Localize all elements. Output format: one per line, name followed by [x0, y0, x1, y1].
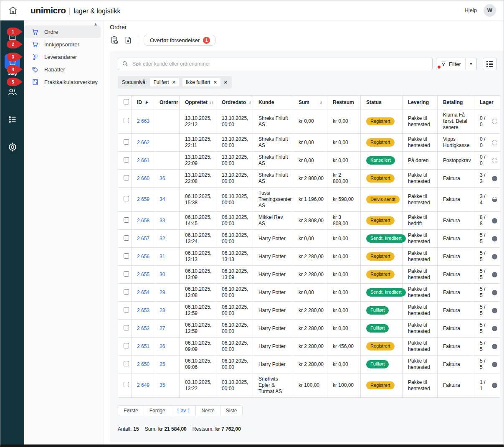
- pagination-next-button[interactable]: Neste: [196, 406, 220, 416]
- pagination-first-button[interactable]: Første: [118, 406, 144, 416]
- sidebar-item-leverand-rer[interactable]: 3Leverandører: [24, 51, 101, 63]
- column-view-button[interactable]: [483, 58, 497, 70]
- column-header-restsum[interactable]: Restsum: [327, 96, 361, 109]
- import-order-icon[interactable]: [123, 36, 132, 45]
- row-checkbox[interactable]: [124, 196, 129, 201]
- row-checkbox[interactable]: [124, 235, 129, 241]
- status-badge: Fullført: [366, 360, 389, 368]
- order-id-link[interactable]: 2 654: [137, 290, 149, 295]
- row-checkbox-cell: [118, 248, 132, 266]
- ordernr-link[interactable]: 31: [160, 254, 165, 259]
- sidebar-item-innkj-psordrer[interactable]: 2Innkjøpsordrer: [24, 38, 101, 51]
- row-checkbox[interactable]: [124, 253, 129, 259]
- ordernr-link[interactable]: 27: [160, 325, 165, 331]
- sidebar-item-rabatter[interactable]: 4Rabatter: [24, 63, 101, 76]
- toolbar: Overfør forsendelser 1: [110, 35, 498, 46]
- filter-dropdown-caret[interactable]: ▼: [466, 58, 476, 70]
- home-icon[interactable]: [7, 5, 19, 16]
- avatar[interactable]: W: [484, 4, 496, 17]
- order-id-link[interactable]: 2 660: [137, 175, 149, 181]
- column-header-status[interactable]: Status: [361, 96, 403, 109]
- stock-count: 5 / 5: [480, 322, 489, 335]
- rail-item-lists[interactable]: [3, 114, 22, 125]
- help-link[interactable]: Hjelp: [464, 7, 477, 13]
- row-checkbox[interactable]: [124, 217, 129, 223]
- select-all-checkbox[interactable]: [124, 99, 129, 104]
- column-header-ordernr[interactable]: Ordernr: [154, 96, 180, 109]
- ordernr-link[interactable]: 36: [160, 175, 165, 181]
- row-checkbox[interactable]: [124, 271, 129, 277]
- row-checkbox[interactable]: [124, 139, 129, 145]
- ordernr-link[interactable]: 26: [160, 343, 165, 349]
- order-id-link[interactable]: 2 653: [137, 307, 149, 313]
- top-bar: unimicro | lager & logistikk Hjelp W: [0, 0, 504, 20]
- column-header-id[interactable]: ID↓F: [132, 96, 154, 109]
- sort-arrows-icon[interactable]: ↓↑: [210, 100, 213, 105]
- order-id-link[interactable]: 2 652: [137, 325, 149, 331]
- cell-sum: kr 2 800,00: [293, 170, 327, 188]
- new-order-icon[interactable]: [110, 36, 119, 45]
- ordernr-link[interactable]: 32: [160, 236, 165, 241]
- sidebar-item-fraktkalkulatorverkt-y[interactable]: 5Fraktkalkulatorverktøy: [24, 76, 101, 88]
- order-id-link[interactable]: 2 651: [137, 343, 149, 349]
- stock-count: 5 / 5: [480, 232, 489, 245]
- order-id-link[interactable]: 2 662: [137, 140, 149, 145]
- column-header-lager[interactable]: Lager: [474, 96, 500, 109]
- order-id-link[interactable]: 2 657: [137, 236, 149, 241]
- cell-opprettet: 06.10.2025, 13:09: [180, 266, 216, 284]
- column-header-opprettet[interactable]: Opprettet↓↑: [180, 96, 216, 109]
- transfer-shipments-button[interactable]: Overfør forsendelser 1: [144, 35, 215, 46]
- rail-item-settings[interactable]: [3, 142, 22, 152]
- column-header-check[interactable]: [118, 96, 132, 109]
- clear-all-filters-icon[interactable]: ✕: [224, 80, 228, 85]
- order-id-link[interactable]: 2 655: [137, 272, 149, 277]
- order-id-link[interactable]: 2 658: [137, 218, 149, 224]
- order-id-link[interactable]: 2 663: [137, 118, 149, 124]
- stock-count: 5 / 5: [480, 250, 489, 263]
- column-header-ordredato[interactable]: Ordredato↓↑: [216, 96, 253, 109]
- remove-chip-icon[interactable]: ✕: [172, 80, 176, 85]
- column-header-sum[interactable]: Sum↓↑: [293, 96, 327, 109]
- remove-chip-icon[interactable]: ✕: [213, 80, 217, 85]
- order-id-link[interactable]: 2 659: [137, 196, 149, 202]
- cell-status: Registrert: [361, 338, 403, 356]
- id-sort-icon[interactable]: ↓F: [144, 100, 147, 105]
- pagination-last-button[interactable]: Siste: [220, 406, 243, 416]
- ordernr-link[interactable]: 35: [160, 382, 165, 388]
- ordernr-link[interactable]: 28: [160, 307, 165, 313]
- column-header-levering[interactable]: Levering: [403, 96, 438, 109]
- ordernr-link[interactable]: 33: [160, 218, 165, 224]
- order-id-link[interactable]: 2 650: [137, 361, 149, 367]
- column-header-betaling[interactable]: Betaling: [438, 96, 474, 109]
- sort-arrows-icon[interactable]: ↓↑: [248, 100, 251, 105]
- row-checkbox[interactable]: [124, 325, 129, 330]
- filter-button[interactable]: Filter: [436, 58, 466, 70]
- cell-ordredato: 06.10.2025, 00:00: [216, 212, 253, 230]
- search-input[interactable]: [118, 58, 433, 70]
- rail-item-contacts[interactable]: [3, 86, 22, 97]
- sidebar-item-ordre[interactable]: 1Ordre: [24, 25, 101, 38]
- annotation-pin-number: 1: [12, 30, 14, 34]
- order-id-link[interactable]: 2 661: [137, 157, 149, 163]
- row-checkbox[interactable]: [124, 382, 129, 387]
- column-header-kunde[interactable]: Kunde: [253, 96, 293, 109]
- row-checkbox[interactable]: [124, 343, 129, 348]
- status-badge: Registrert: [366, 270, 395, 279]
- order-id-link[interactable]: 2 656: [137, 254, 149, 259]
- row-checkbox[interactable]: [124, 157, 129, 163]
- row-checkbox[interactable]: [124, 307, 129, 312]
- pagination-prev-button[interactable]: Forrige: [144, 406, 171, 416]
- row-checkbox[interactable]: [124, 175, 129, 180]
- row-checkbox[interactable]: [124, 289, 129, 295]
- cell-kunde: Harry Potter: [253, 320, 293, 338]
- row-checkbox[interactable]: [124, 361, 129, 366]
- cell-kunde: Shreks Friluft AS: [253, 134, 293, 152]
- ordernr-link[interactable]: 25: [160, 361, 165, 367]
- pagination-current-page[interactable]: 1 av 1: [171, 406, 196, 416]
- order-id-link[interactable]: 2 649: [137, 382, 149, 388]
- ordernr-link[interactable]: 30: [160, 272, 165, 277]
- row-checkbox[interactable]: [124, 118, 129, 123]
- ordernr-link[interactable]: 29: [160, 290, 165, 295]
- ordernr-link[interactable]: 34: [160, 196, 165, 202]
- sort-arrows-icon[interactable]: ↓↑: [319, 100, 322, 105]
